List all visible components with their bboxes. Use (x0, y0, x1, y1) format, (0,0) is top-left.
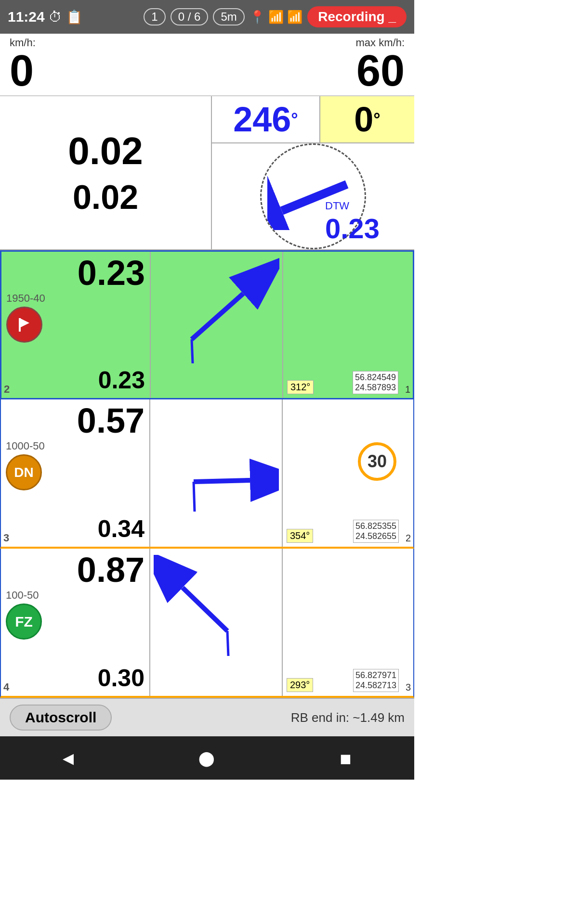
status-right: 1 0 / 6 5m 📍 📶 📶 Recording _ (144, 6, 407, 27)
nav-dtw-value: 0.23 (325, 212, 380, 244)
wp4-fz-icon: FZ (6, 603, 42, 640)
svg-line-9 (194, 480, 250, 482)
waypoint-row-4[interactable]: 0.87 100-50 FZ 0.30 4 293° 56.82797124.5… (0, 549, 414, 698)
nav-area: 0.02 0.02 246° 0° (0, 96, 414, 250)
waypoint-col3-2: 312° 56.82454924.587893 1 (283, 252, 413, 398)
wp4-dist-label: 100-50 (6, 589, 144, 602)
wp3-icon-area: DN (6, 454, 144, 490)
nav-distance-panel: 0.02 0.02 (0, 96, 212, 249)
wp3-dn-icon: DN (6, 454, 42, 490)
wp4-arrow (154, 555, 279, 690)
pill-2[interactable]: 0 / 6 (171, 8, 209, 26)
wp3-speed-sign: 30 (358, 442, 396, 481)
nav-direction-panel: 246° 0° DTW 0.23 (212, 96, 414, 249)
wp3-coords: 56.82535524.582655 (353, 520, 399, 543)
waypoint-col3-3: 30 354° 56.82535524.582655 2 (283, 399, 413, 547)
waypoint-col2-3 (150, 399, 283, 547)
current-speed-section: km/h: 0 (10, 37, 36, 92)
status-bar: 11:24 ⏱ 📋 1 0 / 6 5m 📍 📶 📶 Recording _ (0, 0, 414, 34)
svg-rect-3 (19, 318, 21, 332)
svg-marker-2 (20, 318, 29, 328)
pill-1[interactable]: 1 (144, 8, 165, 26)
wp4-row-num: 4 (3, 681, 9, 693)
pill-3[interactable]: 5m (213, 8, 244, 26)
max-speed-value: 60 (356, 49, 405, 92)
wp4-dist-main: 0.87 (6, 552, 144, 587)
wp2-coords: 56.82454924.587893 (353, 371, 398, 394)
status-icons: 📍 📶 📶 (250, 10, 302, 25)
nav-distance-bottom: 0.02 (73, 178, 138, 217)
wp4-coords: 56.82797124.582713 (353, 669, 399, 692)
nav-heading-area: 246° 0° (212, 96, 414, 143)
wp4-icon-area: FZ (6, 603, 144, 640)
waypoint-table: 0.23 1950-40 0.23 2 312° (0, 250, 414, 698)
rb-end-text: RB end in: ~1.49 km (291, 710, 405, 725)
nav-bearing-box: 0° (320, 96, 414, 143)
svg-line-8 (194, 482, 195, 512)
speed-value: 0 (10, 49, 34, 92)
waypoint-col2-4 (150, 549, 283, 696)
nav-arrow-area: DTW 0.23 (212, 143, 414, 249)
waypoint-col3-4: 293° 56.82797124.582713 3 (283, 549, 413, 696)
wp3-row-num: 3 (3, 532, 9, 544)
status-icon-clock: ⏱ (49, 9, 62, 25)
back-button[interactable]: ◀ (63, 750, 74, 767)
wp2-icon-area (6, 307, 145, 343)
wp3-arrow (154, 406, 279, 540)
waypoint-col1-2: 0.23 1950-40 0.23 2 (1, 252, 151, 398)
recents-button[interactable]: ◼ (340, 750, 352, 767)
wp3-dist-label: 1000-50 (6, 440, 144, 452)
wp3-heading: 354° (287, 529, 313, 543)
svg-line-6 (192, 294, 243, 339)
svg-line-12 (183, 588, 227, 631)
speed-panel: km/h: 0 max km/h: 60 (0, 34, 414, 96)
wp2-flag-icon (6, 307, 42, 343)
waypoint-col2-2 (151, 252, 283, 398)
autoscroll-button[interactable]: Autoscroll (10, 705, 112, 731)
nav-heading-value: 246° (212, 96, 320, 143)
wp2-dist-bottom: 0.23 (6, 366, 145, 394)
wp4-dist-bottom: 0.30 (6, 664, 144, 692)
svg-line-11 (227, 631, 228, 656)
svg-line-5 (192, 339, 193, 363)
home-button[interactable]: ⬤ (198, 750, 215, 767)
wp2-arrow (154, 257, 279, 392)
recording-button[interactable]: Recording _ (307, 6, 407, 27)
waypoint-row-3[interactable]: 0.57 1000-50 DN 0.34 3 30 354° 56.825 (0, 399, 414, 549)
nav-dtw-label: DTW (325, 200, 349, 212)
bottom-bar: Autoscroll RB end in: ~1.49 km (0, 698, 414, 736)
status-icon-sim: 📋 (66, 9, 83, 25)
wp4-heading: 293° (287, 678, 313, 692)
max-speed-section: max km/h: 60 (356, 37, 405, 92)
wp2-dist-main: 0.23 (6, 256, 145, 290)
waypoint-col1-3: 0.57 1000-50 DN 0.34 3 (1, 399, 150, 547)
wp3-dist-main: 0.57 (6, 403, 144, 438)
wp3-point-num: 2 (406, 533, 411, 544)
waypoint-col1-4: 0.87 100-50 FZ 0.30 4 (1, 549, 150, 696)
wp4-point-num: 3 (406, 682, 411, 693)
wp2-point-num: 1 (405, 384, 410, 395)
wp3-dist-bottom: 0.34 (6, 515, 144, 543)
status-time: 11:24 (8, 9, 45, 25)
android-nav-bar: ◀ ⬤ ◼ (0, 736, 414, 780)
nav-dtw-area: DTW 0.23 (320, 195, 414, 249)
wp2-dist-label: 1950-40 (6, 292, 145, 305)
wp2-heading: 312° (287, 380, 314, 394)
wp2-row-num: 2 (4, 383, 10, 396)
waypoint-row-2[interactable]: 0.23 1950-40 0.23 2 312° (0, 250, 414, 399)
nav-distance-top: 0.02 (68, 129, 143, 173)
